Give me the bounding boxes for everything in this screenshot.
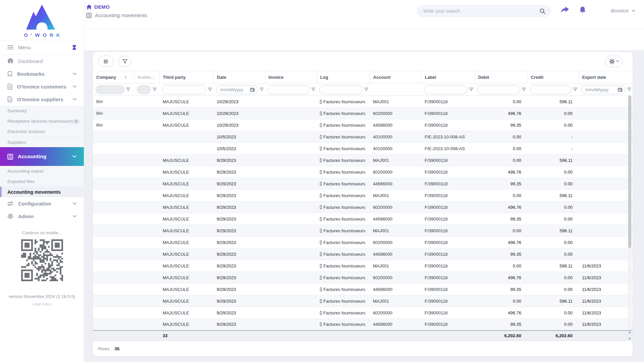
calendar-icon[interactable]	[618, 87, 622, 92]
sidebar-item-exported-files[interactable]: Exported files	[0, 176, 84, 187]
sidebar-item-configuration[interactable]: Configuration	[0, 197, 84, 210]
column-header-invoice[interactable]: Invoice	[265, 71, 317, 83]
cell-log: Factures fournisseurs	[317, 166, 370, 178]
table-row[interactable]: MAJUSCULE 9/29/2023 Factures fournisseur…	[93, 237, 633, 248]
column-header-log[interactable]: Log	[317, 71, 370, 83]
menu-toggle[interactable]: Menu	[0, 40, 84, 55]
sidebar-item-suppliers[interactable]: Suppliers	[0, 137, 84, 147]
sidebar-item-receptions-factures[interactable]: Réceptions factures fournisseurs 0	[0, 116, 84, 126]
column-header-company[interactable]: Company	[93, 71, 134, 83]
sidebar-item-accounting-export[interactable]: Accounting export	[0, 166, 84, 176]
scroll-up-icon[interactable]	[628, 331, 631, 333]
cell-debit: 99.35	[475, 284, 527, 295]
scrollbar-thumb[interactable]	[628, 96, 631, 248]
missing-glyph-icon	[320, 123, 322, 127]
table-row[interactable]: MAJUSCULE 9/29/2023 Factures fournisseur…	[93, 295, 633, 307]
table-row[interactable]: MAJUSCULE 9/29/2023 Factures fournisseur…	[93, 225, 633, 237]
column-header-date[interactable]: Date	[213, 71, 265, 83]
calendar-icon[interactable]	[250, 87, 255, 92]
sidebar-item-oinvoice-suppliers[interactable]: O'Invoice suppliers	[0, 93, 84, 106]
sidebar-item-accounting-movements[interactable]: Accounting movements	[0, 187, 84, 197]
column-header-account[interactable]: Account	[370, 71, 421, 83]
cell-third-party: MAJUSCULE	[159, 201, 213, 213]
table-row[interactable]: RH MAJUSCULE 10/29/2023 Factures fournis…	[93, 96, 633, 108]
sidebar-item-bookmarks[interactable]: Bookmarks	[0, 67, 84, 80]
filter-input-invoice[interactable]	[268, 85, 310, 94]
table-row[interactable]: MAJUSCULE 9/29/2023 Factures fournisseur…	[93, 213, 633, 225]
search-input[interactable]	[423, 8, 540, 14]
column-header-export_date[interactable]: Export date	[579, 71, 633, 83]
table-row[interactable]: 10/5/2023 Factures fournisseurs 40100000…	[93, 143, 633, 155]
table-row[interactable]: MAJUSCULE 9/29/2023 Factures fournisseur…	[93, 178, 633, 190]
table-row[interactable]: MAJUSCULE 9/29/2023 Factures fournisseur…	[93, 307, 633, 319]
table-row[interactable]: MAJUSCULE 9/29/2023 Factures fournisseur…	[93, 272, 633, 284]
funnel-icon[interactable]	[208, 87, 212, 92]
funnel-icon[interactable]	[153, 87, 157, 92]
column-header-credit[interactable]: Credit	[527, 71, 579, 83]
funnel-icon[interactable]	[364, 87, 368, 92]
brand-logo[interactable]: O'WORK	[0, 0, 84, 40]
grid-settings-button[interactable]	[605, 56, 623, 67]
table-row[interactable]: 10/5/2023 Factures fournisseurs 40100000…	[93, 131, 633, 143]
hourglass-icon[interactable]	[72, 45, 76, 50]
filter-input-label[interactable]	[424, 85, 468, 94]
filter-input-log[interactable]	[319, 85, 363, 94]
table-row[interactable]: MAJUSCULE 9/29/2023 Factures fournisseur…	[93, 155, 633, 166]
sidebar-item-dashboard[interactable]: Dashboard	[0, 55, 84, 67]
table-row[interactable]: MAJUSCULE 9/29/2023 Factures fournisseur…	[93, 201, 633, 213]
cell-label: F/E-2023-10-008-AS	[421, 143, 475, 155]
funnel-icon[interactable]	[522, 87, 526, 92]
table-row[interactable]: MAJUSCULE 9/29/2023 Factures fournisseur…	[93, 166, 633, 178]
funnel-icon[interactable]	[126, 87, 130, 92]
filter-input-debit[interactable]	[477, 85, 520, 94]
table-row[interactable]: MAJUSCULE 9/29/2023 Factures fournisseur…	[93, 319, 633, 330]
cell-account: 60200000	[370, 108, 421, 119]
cell-export-date	[579, 143, 633, 155]
filter-input-date[interactable]: mm/dd/yyyy	[216, 85, 258, 94]
column-header-debit[interactable]: Debit	[475, 71, 527, 83]
filter-input-export_date[interactable]: mm/dd/yyyy	[581, 85, 626, 94]
cell-debit: 99.35	[475, 119, 527, 131]
sidebar-item-summary[interactable]: Summary	[0, 106, 84, 116]
funnel-icon[interactable]	[627, 87, 631, 92]
top-header: DEMO Accounting movements dinvoice	[84, 0, 644, 50]
cell-date: 9/29/2023	[213, 284, 265, 295]
sidebar-item-accounting[interactable]: Accounting	[0, 147, 84, 166]
sidebar-item-oinvoice-customers[interactable]: O'Invoice customers	[0, 80, 84, 93]
table-row[interactable]: RH MAJUSCULE 10/29/2023 Factures fournis…	[93, 108, 633, 119]
cell-log: Factures fournisseurs	[317, 108, 370, 119]
filter-button[interactable]	[118, 56, 131, 67]
table-row[interactable]: MAJUSCULE 9/29/2023 Factures fournisseur…	[93, 190, 633, 201]
home-breadcrumb[interactable]: DEMO	[86, 4, 147, 10]
table-row[interactable]: MAJUSCULE 9/29/2023 Factures fournisseur…	[93, 260, 633, 272]
column-header-label[interactable]: Label	[421, 71, 475, 83]
funnel-icon[interactable]	[469, 87, 473, 92]
filter-input-credit[interactable]	[530, 85, 572, 94]
totals-scroll-arrows[interactable]	[627, 331, 632, 340]
table-row[interactable]: MAJUSCULE 9/29/2023 Factures fournisseur…	[93, 284, 633, 295]
search-icon[interactable]	[540, 8, 545, 14]
filter-input-third_party[interactable]	[162, 85, 206, 94]
bell-icon[interactable]	[579, 6, 586, 14]
table-row[interactable]: RH MAJUSCULE 10/29/2023 Factures fournis…	[93, 119, 633, 131]
sidebar-item-admin[interactable]: Admin	[0, 210, 84, 223]
cell-credit: -	[527, 143, 579, 155]
vertical-scrollbar[interactable]	[628, 96, 632, 330]
column-header-third_party[interactable]: Third party	[159, 71, 213, 83]
table-row[interactable]: MAJUSCULE 9/29/2023 Factures fournisseur…	[93, 248, 633, 260]
cell-debit: 99.35	[475, 248, 527, 260]
cell-log: Factures fournisseurs	[317, 213, 370, 225]
columns-button[interactable]	[98, 56, 114, 67]
funnel-icon[interactable]	[260, 87, 264, 92]
funnel-icon[interactable]	[311, 87, 315, 92]
scroll-down-icon[interactable]	[628, 338, 631, 340]
user-menu[interactable]: dinvoice	[611, 8, 635, 13]
cell-third-party: MAJUSCULE	[159, 119, 213, 131]
column-header-institution[interactable]: Institu...	[134, 71, 159, 83]
sidebar-item-electronic-invoices[interactable]: Electronic Invoices	[0, 126, 84, 137]
share-icon[interactable]	[560, 6, 569, 14]
funnel-icon[interactable]	[573, 87, 577, 92]
legal-notice-link[interactable]: Legal notice	[0, 302, 84, 306]
missing-glyph-icon	[320, 229, 322, 233]
cell-date: 9/29/2023	[213, 272, 265, 284]
